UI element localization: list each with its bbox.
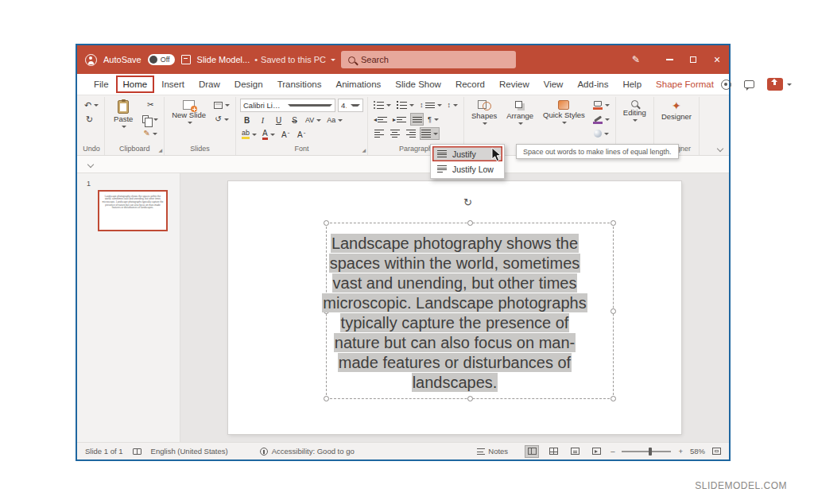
ink-pen-icon[interactable] xyxy=(632,55,640,64)
share-button[interactable] xyxy=(767,78,792,91)
resize-handle-bottom-center[interactable] xyxy=(467,396,473,401)
collapse-ribbon-button[interactable] xyxy=(717,145,723,152)
spellcheck-icon[interactable] xyxy=(133,448,141,455)
quick-styles-button[interactable]: Quick Styles xyxy=(540,99,588,124)
menu-item-justify-low[interactable]: Justify Low xyxy=(432,161,502,176)
clipboard-dialog-launcher[interactable] xyxy=(159,148,163,153)
slide-count-label[interactable]: Slide 1 of 1 xyxy=(85,447,123,456)
reading-view-button[interactable] xyxy=(568,445,582,458)
paste-button[interactable]: Paste xyxy=(109,99,138,128)
save-icon[interactable] xyxy=(181,55,191,64)
format-painter-button[interactable] xyxy=(141,127,160,140)
justify-button[interactable] xyxy=(420,127,440,140)
slide-thumbnail-panel: 1 Landscape photography shows the spaces… xyxy=(77,173,180,442)
resize-handle-bottom-left[interactable] xyxy=(324,396,329,401)
comments-icon[interactable] xyxy=(744,80,754,88)
normal-view-button[interactable] xyxy=(525,445,539,458)
bullets-button[interactable] xyxy=(372,99,393,111)
text-direction-button[interactable] xyxy=(446,99,460,111)
numbering-button[interactable] xyxy=(395,99,416,111)
decrease-indent-button[interactable] xyxy=(372,113,389,126)
font-dialog-launcher[interactable] xyxy=(362,148,366,153)
rotate-handle[interactable] xyxy=(463,196,472,208)
search-input[interactable]: Search xyxy=(341,51,516,68)
tab-design[interactable]: Design xyxy=(227,76,270,93)
tab-view[interactable]: View xyxy=(537,76,571,93)
align-center-button[interactable] xyxy=(388,127,401,140)
align-text-button[interactable] xyxy=(410,113,424,126)
tab-record[interactable]: Record xyxy=(448,76,492,93)
resize-handle-top-center[interactable] xyxy=(467,220,473,226)
paragraph-marks-button[interactable] xyxy=(426,113,440,126)
tab-animations[interactable]: Animations xyxy=(328,76,388,93)
shape-fill-button[interactable] xyxy=(591,99,611,111)
tab-transitions[interactable]: Transitions xyxy=(270,76,329,93)
slide-sorter-view-button[interactable] xyxy=(546,445,560,458)
layout-button[interactable] xyxy=(212,99,231,111)
tab-home[interactable]: Home xyxy=(116,76,155,93)
resize-handle-top-left[interactable] xyxy=(324,220,329,226)
shape-outline-button[interactable] xyxy=(591,113,611,126)
saved-status[interactable]: • Saved to this PC xyxy=(254,55,335,64)
tab-help[interactable]: Help xyxy=(615,76,649,93)
slide-thumbnail[interactable]: Landscape photography shows the spaces w… xyxy=(98,190,168,231)
autosave-toggle[interactable]: Off xyxy=(148,54,175,65)
editing-button[interactable]: Editing xyxy=(620,99,649,122)
new-slide-button[interactable]: New Slide xyxy=(169,99,209,124)
pilcrow-icon xyxy=(428,115,432,123)
minimize-button[interactable] xyxy=(657,45,681,74)
fit-slide-icon[interactable] xyxy=(712,448,721,455)
zoom-in-button[interactable]: + xyxy=(678,447,683,456)
shapes-button[interactable]: Shapes xyxy=(468,99,500,125)
resize-handle-bottom-right[interactable] xyxy=(610,396,616,401)
designer-button[interactable]: Designer xyxy=(658,99,695,122)
tab-add-ins[interactable]: Add-ins xyxy=(570,76,615,93)
bold-button[interactable]: B xyxy=(240,114,254,126)
change-case-button[interactable]: Aa xyxy=(325,114,344,126)
grow-font-button[interactable]: A xyxy=(279,128,293,141)
text-highlight-button[interactable]: ab xyxy=(240,128,258,141)
align-left-button[interactable] xyxy=(372,127,386,140)
zoom-slider-thumb[interactable] xyxy=(649,448,652,456)
share-icon xyxy=(767,78,783,91)
close-button[interactable] xyxy=(705,45,729,74)
copy-button[interactable] xyxy=(141,113,160,126)
account-icon[interactable] xyxy=(85,54,97,66)
strikethrough-button[interactable]: S xyxy=(288,114,301,126)
font-color-button[interactable]: A xyxy=(261,128,277,141)
align-right-button[interactable] xyxy=(404,127,417,140)
reset-button[interactable] xyxy=(212,113,231,126)
tab-insert[interactable]: Insert xyxy=(154,76,192,93)
notes-button[interactable]: Notes xyxy=(477,447,508,456)
increase-indent-button[interactable] xyxy=(391,113,408,126)
arrange-button[interactable]: Arrange xyxy=(503,99,537,125)
redo-button[interactable] xyxy=(83,113,96,126)
ribbon-options-icon[interactable] xyxy=(87,161,94,167)
zoom-out-button[interactable]: – xyxy=(610,447,614,456)
language-label[interactable]: English (United States) xyxy=(151,447,228,456)
line-spacing-button[interactable] xyxy=(418,99,444,111)
font-name-combo[interactable]: Calibri Light (Headings) xyxy=(240,99,335,112)
character-spacing-button[interactable]: AV xyxy=(304,114,323,126)
slide[interactable]: Landscape photography shows the spaces w… xyxy=(228,181,681,434)
resize-handle-top-right[interactable] xyxy=(610,220,616,226)
tab-file[interactable]: File xyxy=(87,76,116,93)
tab-review[interactable]: Review xyxy=(492,76,537,93)
shape-effects-button[interactable] xyxy=(591,127,611,140)
tab-draw[interactable]: Draw xyxy=(192,76,227,93)
tab-shape-format[interactable]: Shape Format xyxy=(649,76,721,93)
underline-button[interactable]: U xyxy=(272,114,285,126)
tab-slide-show[interactable]: Slide Show xyxy=(388,76,448,93)
present-icon[interactable] xyxy=(721,79,731,90)
accessibility-status[interactable]: Accessibility: Good to go xyxy=(260,447,355,456)
italic-button[interactable]: I xyxy=(256,114,269,126)
cut-button[interactable] xyxy=(141,99,160,111)
shrink-font-button[interactable]: A xyxy=(295,128,308,141)
zoom-slider[interactable] xyxy=(622,451,671,452)
zoom-level[interactable]: 58% xyxy=(690,447,705,456)
slide-text[interactable]: Landscape photography shows the spaces w… xyxy=(296,234,614,393)
undo-button[interactable] xyxy=(83,99,100,111)
slideshow-button[interactable] xyxy=(589,445,603,458)
font-size-combo[interactable]: 40 xyxy=(338,99,363,112)
maximize-button[interactable] xyxy=(681,45,705,74)
